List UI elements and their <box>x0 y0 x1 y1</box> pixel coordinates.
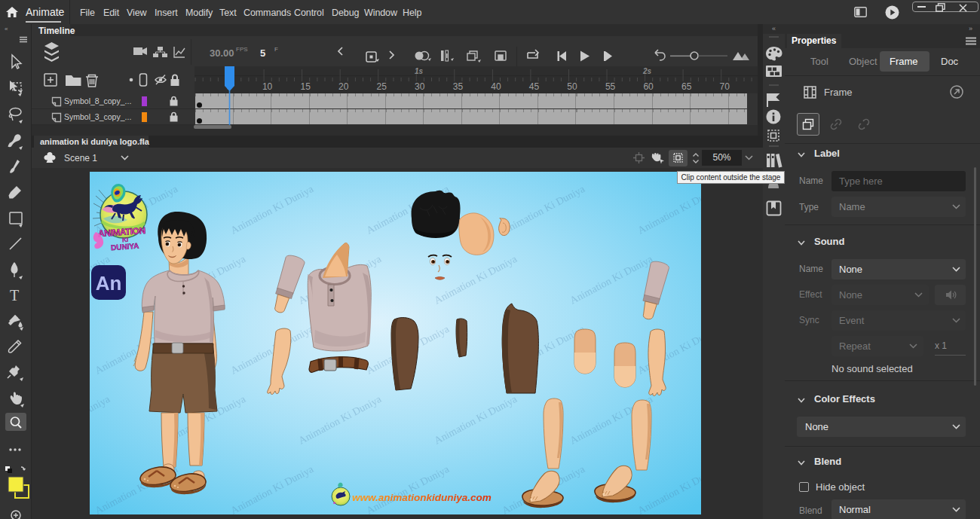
svg-text:60: 60 <box>643 81 654 92</box>
svg-text:FPS: FPS <box>236 46 248 53</box>
svg-text:70: 70 <box>720 81 730 92</box>
svg-text:55: 55 <box>605 81 616 92</box>
svg-text:40: 40 <box>491 81 501 92</box>
svg-text:2s: 2s <box>642 67 652 75</box>
svg-text:10: 10 <box>262 81 273 92</box>
svg-text:35: 35 <box>453 81 464 92</box>
svg-text:Symbol_3_copy_...: Symbol_3_copy_... <box>64 112 131 121</box>
svg-text:1s: 1s <box>415 67 424 75</box>
svg-text:30.00: 30.00 <box>210 47 234 59</box>
svg-text:45: 45 <box>529 81 540 92</box>
svg-text:65: 65 <box>681 81 692 92</box>
svg-text:«: « <box>5 26 8 32</box>
svg-text:30: 30 <box>415 81 425 92</box>
svg-text:20: 20 <box>338 81 349 92</box>
svg-text:T: T <box>10 287 19 304</box>
svg-text:www.animationkiduniya.com: www.animationkiduniya.com <box>352 492 492 503</box>
svg-text:15: 15 <box>301 81 311 92</box>
svg-text:50: 50 <box>567 81 577 92</box>
svg-text:An: An <box>96 272 122 295</box>
svg-text:F: F <box>274 46 278 53</box>
svg-text:5: 5 <box>260 47 265 59</box>
svg-text:25: 25 <box>377 81 387 92</box>
svg-text:Symbol_8_copy_...: Symbol_8_copy_... <box>64 96 131 105</box>
